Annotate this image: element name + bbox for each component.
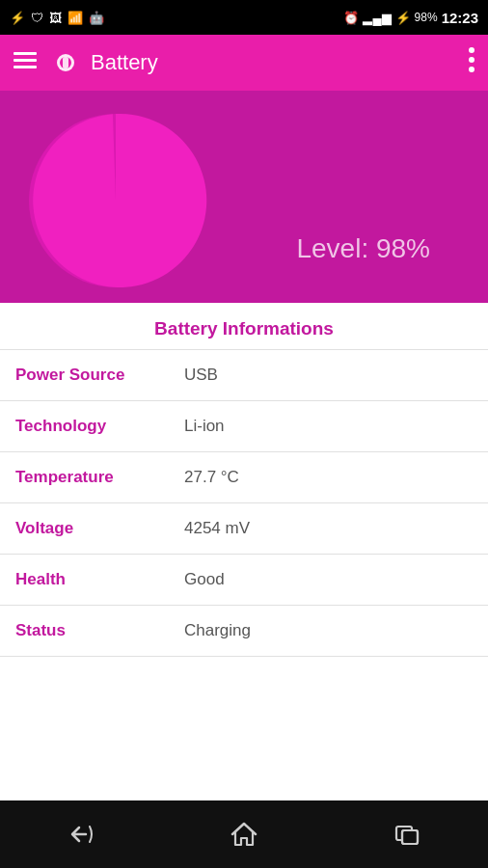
battery-percent: 98% bbox=[415, 11, 438, 24]
info-label: Temperature bbox=[15, 468, 184, 487]
home-button[interactable] bbox=[215, 813, 273, 855]
info-value: USB bbox=[184, 366, 218, 385]
info-value: Good bbox=[184, 570, 225, 589]
info-label: Status bbox=[15, 621, 184, 640]
android-icon: 🤖 bbox=[89, 11, 104, 25]
alarm-icon: ⏰ bbox=[343, 11, 359, 25]
level-label: Level: 98% bbox=[296, 233, 430, 264]
image-icon: 🖼 bbox=[49, 11, 62, 25]
status-icons-right: ⏰ ▂▄▆ ⚡ 98% 12:23 bbox=[343, 10, 478, 26]
info-label: Technology bbox=[15, 417, 184, 436]
app-icon bbox=[50, 47, 81, 78]
info-value: 27.7 °C bbox=[184, 468, 239, 487]
info-row: Voltage4254 mV bbox=[0, 503, 488, 555]
menu-button[interactable] bbox=[14, 50, 37, 75]
signal-icon: 📶 bbox=[68, 11, 83, 25]
svg-rect-0 bbox=[14, 52, 37, 55]
info-row: Power SourceUSB bbox=[0, 350, 488, 401]
svg-point-6 bbox=[469, 47, 474, 53]
shield-icon: 🛡 bbox=[31, 11, 43, 25]
info-section-title: Battery Informations bbox=[0, 303, 488, 350]
nav-bar bbox=[0, 800, 488, 868]
app-bar: Battery bbox=[0, 35, 488, 91]
info-label: Voltage bbox=[15, 519, 184, 538]
status-bar: ⚡ 🛡 🖼 📶 🤖 ⏰ ▂▄▆ ⚡ 98% 12:23 bbox=[0, 0, 488, 35]
usb-icon: ⚡ bbox=[10, 11, 25, 25]
chart-section: Level: 98% bbox=[0, 91, 488, 303]
status-icons-left: ⚡ 🛡 🖼 📶 🤖 bbox=[10, 11, 104, 25]
svg-rect-5 bbox=[63, 57, 68, 68]
info-row: TechnologyLi-ion bbox=[0, 401, 488, 452]
info-label: Health bbox=[15, 570, 184, 589]
svg-rect-1 bbox=[14, 59, 37, 62]
info-section: Battery Informations Power SourceUSBTech… bbox=[0, 303, 488, 657]
svg-point-7 bbox=[469, 57, 474, 63]
info-row: HealthGood bbox=[0, 555, 488, 606]
status-time: 12:23 bbox=[442, 10, 478, 26]
info-value: Charging bbox=[184, 621, 251, 640]
svg-rect-11 bbox=[402, 830, 418, 844]
info-value: Li-ion bbox=[184, 417, 225, 436]
info-row: StatusCharging bbox=[0, 606, 488, 657]
info-value: 4254 mV bbox=[184, 519, 250, 538]
back-button[interactable] bbox=[52, 813, 110, 855]
overflow-menu-button[interactable] bbox=[469, 47, 474, 78]
app-bar-title: Battery bbox=[91, 50, 469, 75]
info-row: Temperature27.7 °C bbox=[0, 452, 488, 503]
network-strength-icon: ▂▄▆ bbox=[363, 11, 391, 25]
pie-chart bbox=[19, 104, 212, 301]
svg-point-8 bbox=[469, 67, 474, 72]
recents-button[interactable] bbox=[378, 813, 436, 855]
svg-rect-2 bbox=[14, 66, 37, 68]
charging-icon: ⚡ bbox=[395, 11, 411, 25]
info-label: Power Source bbox=[15, 366, 184, 385]
info-rows-container: Power SourceUSBTechnologyLi-ionTemperatu… bbox=[0, 350, 488, 657]
